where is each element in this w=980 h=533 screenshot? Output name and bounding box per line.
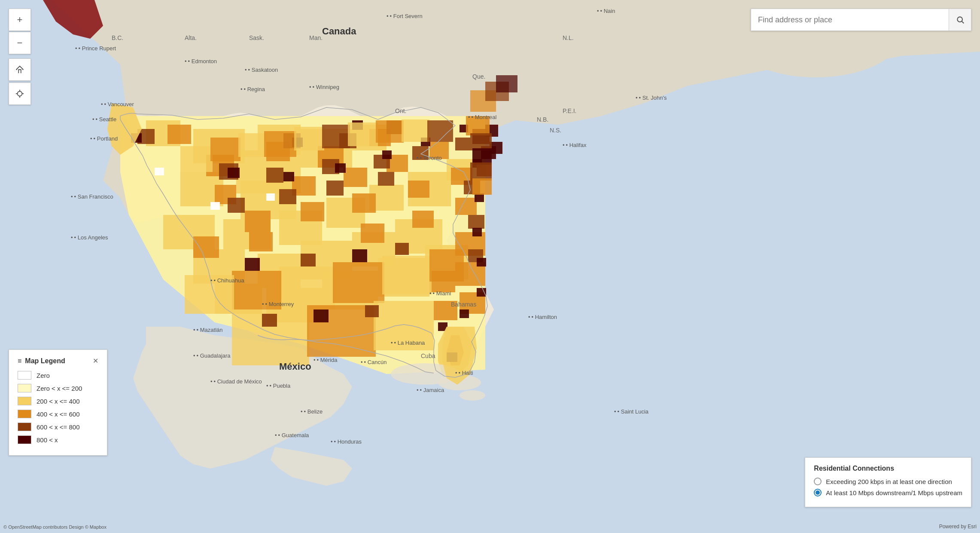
svg-rect-32 [167,125,191,144]
legend-item-label: 400 < x <= 600 [37,410,80,418]
svg-rect-42 [245,211,271,232]
radio-circle[interactable] [814,489,822,496]
legend-close-button[interactable]: ✕ [93,357,98,365]
radio-circle[interactable] [814,478,822,485]
attribution-text: © OpenStreetMap contributors Design © Ma… [3,524,107,530]
legend-item-label: 800 < x [37,436,58,444]
search-button[interactable] [949,9,971,31]
legend-item: Zero < x <= 200 [18,384,98,392]
svg-rect-71 [279,189,296,204]
legend-item: Zero [18,371,98,380]
search-input[interactable] [751,9,949,31]
svg-point-99 [460,390,485,401]
svg-rect-73 [378,172,394,186]
svg-rect-50 [412,211,434,228]
locate-button[interactable] [9,83,31,105]
svg-rect-65 [412,146,429,160]
residential-panel-title: Residential Connections [814,465,962,472]
svg-rect-104 [472,178,492,195]
legend-item: 600 < x <= 800 [18,423,98,431]
svg-rect-120 [382,256,432,294]
svg-rect-114 [348,123,378,146]
legend-swatch [18,384,31,392]
svg-rect-118 [279,266,335,309]
search-box [751,9,971,31]
svg-rect-48 [249,232,273,251]
svg-rect-130 [395,243,409,255]
svg-rect-129 [352,249,367,262]
esri-attribution-text: Powered by Esri [939,524,977,530]
svg-point-142 [957,17,962,22]
legend-item: 800 < x [18,435,98,444]
svg-rect-136 [266,193,275,201]
svg-rect-87 [477,288,486,297]
svg-rect-128 [301,254,316,266]
radio-item[interactable]: Exceeding 200 kbps in at least one direc… [814,478,962,485]
legend-swatch [18,435,31,444]
svg-rect-135 [210,202,220,210]
map-container: CanadaMéxicoB.C.Alta.Sask.Man.Ont.Que.N.… [0,0,980,533]
svg-rect-47 [193,236,219,258]
svg-rect-122 [232,271,281,309]
svg-rect-51 [455,198,477,215]
svg-rect-41 [429,142,449,159]
svg-rect-134 [155,168,164,175]
svg-rect-100 [466,116,490,135]
svg-rect-115 [376,120,404,143]
svg-rect-101 [470,133,492,150]
svg-rect-107 [496,75,517,92]
svg-rect-56 [434,301,457,320]
svg-point-137 [18,92,22,96]
svg-rect-49 [361,224,384,243]
legend-item-label: 600 < x <= 800 [37,423,80,431]
zoom-in-button[interactable]: + [9,9,31,31]
svg-rect-123 [185,275,234,314]
svg-rect-126 [374,301,434,350]
legend-swatch [18,410,31,418]
legend-swatch [18,371,31,380]
legend-header: ≡ Map Legend ✕ [18,357,98,365]
legend-title-text: Map Legend [25,357,65,365]
svg-rect-109 [210,138,240,161]
svg-rect-68 [468,215,484,229]
legend-item: 400 < x <= 600 [18,410,98,418]
svg-rect-108 [180,146,213,172]
svg-rect-75 [228,168,240,178]
map-legend: ≡ Map Legend ✕ Zero Zero < x <= 200 200 … [9,349,107,456]
svg-rect-66 [455,138,470,150]
svg-rect-132 [313,309,329,322]
svg-rect-80 [382,150,392,159]
svg-rect-112 [294,127,324,150]
svg-rect-103 [470,162,492,181]
svg-rect-119 [333,262,384,303]
svg-rect-121 [429,249,464,282]
legend-swatch [18,397,31,405]
legend-item-label: Zero < x <= 200 [37,385,82,392]
svg-rect-127 [245,258,260,271]
home-button[interactable] [9,58,31,81]
svg-rect-111 [264,131,296,157]
zoom-controls: + − [9,9,31,105]
zoom-out-button[interactable]: − [9,32,31,54]
svg-rect-113 [322,125,350,148]
residential-connections-panel: Residential Connections Exceeding 200 kb… [805,457,971,507]
radio-item[interactable]: At least 10 Mbps downstream/1 Mbps upstr… [814,489,962,496]
legend-item: 200 < x <= 400 [18,397,98,405]
legend-swatch [18,423,31,431]
svg-rect-79 [335,163,346,173]
svg-rect-88 [460,309,469,318]
svg-rect-116 [402,119,429,142]
svg-line-143 [962,21,964,24]
map-attribution: © OpenStreetMap contributors Design © Ma… [3,524,107,530]
svg-rect-86 [477,258,486,266]
radio-label: Exceeding 200 kbps in at least one direc… [826,478,952,485]
legend-list-icon: ≡ [18,357,21,365]
legend-item-label: 200 < x <= 400 [37,398,80,405]
svg-rect-43 [301,202,324,221]
svg-rect-78 [283,172,294,181]
legend-items: Zero Zero < x <= 200 200 < x <= 400 400 … [18,371,98,444]
svg-rect-62 [266,168,283,183]
map-background [0,0,980,533]
legend-item-label: Zero [37,372,50,379]
svg-rect-85 [472,228,482,236]
